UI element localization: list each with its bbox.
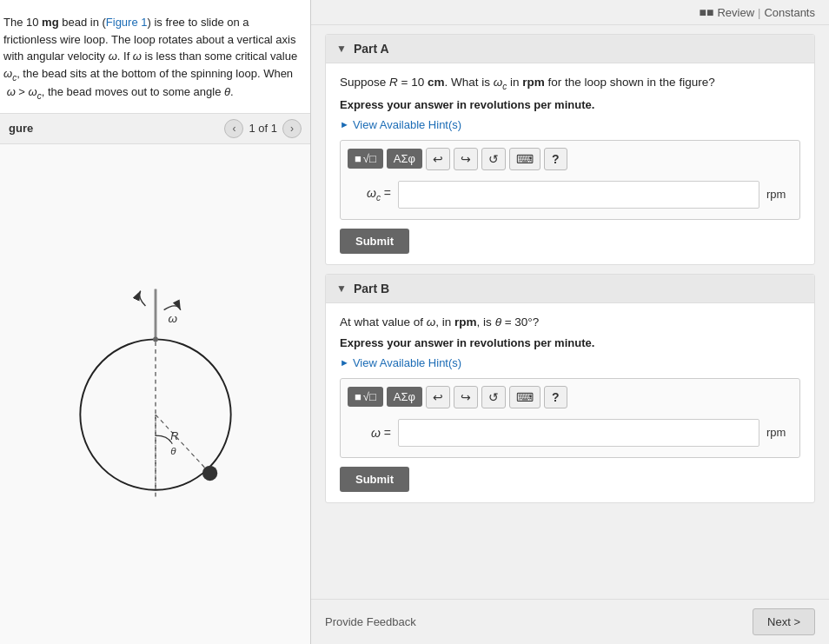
part-b-title: Part B — [354, 282, 389, 295]
part-a-toolbar: ■ √□ ΑΣφ ↩ ↪ ↺ ⌨ ? — [348, 148, 793, 170]
part-b-submit-button[interactable]: Submit — [340, 467, 409, 492]
svg-point-7 — [202, 466, 216, 481]
part-a-help-btn[interactable]: ? — [544, 148, 567, 170]
svg-text:R: R — [170, 430, 178, 442]
part-a-submit-button[interactable]: Submit — [340, 229, 409, 254]
part-a-sqrt-icon: ■ — [355, 152, 361, 165]
part-a-body: Suppose R = 10 cm. What is ωc in rpm for… — [326, 63, 814, 264]
part-a-symbol-btn[interactable]: ΑΣφ — [387, 149, 422, 169]
prev-figure-button[interactable]: ‹ — [224, 119, 243, 138]
part-b-input-label: ω = — [348, 426, 391, 440]
top-bar: ■■ Review | Constants — [311, 0, 829, 25]
svg-line-4 — [156, 415, 210, 473]
part-a-hint-toggle[interactable]: ► View Available Hint(s) — [340, 118, 800, 131]
part-b-symbol-btn[interactable]: ΑΣφ — [387, 387, 422, 407]
part-a-hint-arrow: ► — [340, 119, 349, 129]
part-b-input-row: ω = rpm — [348, 415, 793, 450]
part-a-sqrt-btn[interactable]: ■ √□ — [348, 149, 383, 169]
part-b-keyboard-btn[interactable]: ⌨ — [509, 386, 541, 408]
review-link[interactable]: Review — [717, 6, 754, 19]
part-b-help-btn[interactable]: ? — [544, 386, 567, 408]
next-button[interactable]: Next > — [753, 608, 815, 635]
part-b-question: At what value of ω, in rpm, is θ = 30°? — [340, 314, 800, 331]
right-panel: ■■ Review | Constants ▼ Part A Suppose R… — [311, 0, 829, 644]
figure-nav: gure ‹ 1 of 1 › — [0, 114, 310, 144]
svg-text:θ: θ — [170, 447, 176, 457]
part-b-answer-box: ■ √□ ΑΣφ ↩ ↪ ↺ ⌨ ? ω = — [340, 378, 800, 458]
page-indicator: 1 of 1 — [249, 122, 277, 135]
part-b-toolbar: ■ √□ ΑΣφ ↩ ↪ ↺ ⌨ ? — [348, 386, 793, 408]
feedback-link[interactable]: Provide Feedback — [325, 615, 416, 628]
part-b-body: At what value of ω, in rpm, is θ = 30°? … — [326, 303, 814, 502]
part-b-sqrt-btn[interactable]: ■ √□ — [348, 387, 383, 407]
part-b-hint-toggle[interactable]: ► View Available Hint(s) — [340, 356, 800, 369]
svg-point-9 — [153, 337, 158, 342]
part-b-section: ▼ Part B At what value of ω, in rpm, is … — [325, 274, 815, 503]
part-a-title: Part A — [354, 42, 389, 56]
part-b-reset-btn[interactable]: ↺ — [481, 386, 506, 408]
part-b-undo-btn[interactable]: ↩ — [426, 386, 450, 408]
part-b-hint-label: View Available Hint(s) — [353, 356, 461, 369]
part-b-hint-arrow: ► — [340, 357, 349, 368]
figure-label: gure — [9, 122, 33, 135]
part-b-symbol-label: ΑΣφ — [394, 390, 415, 403]
part-a-input-row: ωc = rpm — [348, 177, 793, 212]
part-b-redo-btn[interactable]: ↪ — [454, 386, 478, 408]
part-a-input[interactable] — [398, 181, 759, 209]
part-b-header[interactable]: ▼ Part B — [326, 275, 814, 303]
part-a-unit: rpm — [766, 188, 793, 201]
part-a-question: Suppose R = 10 cm. What is ωc in rpm for… — [340, 74, 800, 93]
figure-canvas: ω R θ — [0, 144, 310, 644]
part-a-symbol-label: ΑΣφ — [394, 152, 415, 165]
problem-text: The 10 mg bead in (Figure 1) is free to … — [0, 0, 310, 113]
constants-link[interactable]: Constants — [764, 6, 815, 19]
part-a-undo-btn[interactable]: ↩ — [426, 148, 450, 170]
part-b-arrow: ▼ — [336, 282, 347, 295]
part-a-section: ▼ Part A Suppose R = 10 cm. What is ωc i… — [325, 34, 815, 265]
part-b-input[interactable] — [398, 419, 759, 447]
part-b-instruction: Express your answer in revolutions per m… — [340, 336, 800, 349]
part-a-arrow: ▼ — [336, 43, 347, 55]
next-figure-button[interactable]: › — [282, 119, 302, 138]
part-b-sqrt-icon: ■ — [355, 390, 361, 403]
part-a-header[interactable]: ▼ Part A — [326, 35, 814, 63]
parts-container: ▼ Part A Suppose R = 10 cm. What is ωc i… — [311, 25, 829, 599]
svg-text:ω: ω — [168, 312, 177, 325]
separator: | — [758, 6, 760, 19]
part-a-answer-box: ■ √□ ΑΣφ ↩ ↪ ↺ ⌨ ? ωc = — [340, 140, 800, 220]
part-a-instruction: Express your answer in revolutions per m… — [340, 98, 800, 111]
part-a-reset-btn[interactable]: ↺ — [481, 148, 506, 170]
bottom-bar: Provide Feedback Next > — [311, 599, 829, 644]
figure-area: gure ‹ 1 of 1 › ω R — [0, 113, 310, 644]
part-a-input-label: ωc = — [348, 186, 391, 202]
part-a-hint-label: View Available Hint(s) — [353, 118, 461, 131]
part-b-unit: rpm — [766, 426, 793, 439]
part-a-redo-btn[interactable]: ↪ — [454, 148, 478, 170]
part-a-keyboard-btn[interactable]: ⌨ — [509, 148, 541, 170]
